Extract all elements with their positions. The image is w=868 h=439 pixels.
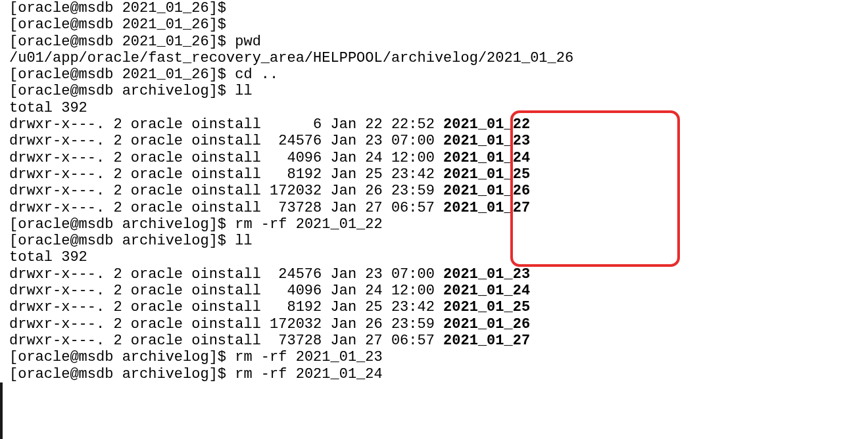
directory-name: 2021_01_24 [443, 150, 530, 166]
terminal-line: [oracle@msdb archivelog]$ rm -rf 2021_01… [9, 366, 859, 382]
shell-command[interactable]: rm -rf 2021_01_22 [235, 216, 382, 233]
shell-prompt: [oracle@msdb archivelog]$ [9, 216, 235, 233]
terminal-line: [oracle@msdb archivelog]$ ll [9, 83, 859, 99]
file-listing-meta: drwxr-x---. 2 oracle oinstall 4096 Jan 2… [9, 150, 443, 166]
terminal-line: [oracle@msdb archivelog]$ rm -rf 2021_01… [9, 216, 859, 233]
directory-name: 2021_01_26 [443, 316, 530, 333]
directory-name: 2021_01_26 [443, 183, 530, 199]
terminal-line: /u01/app/oracle/fast_recovery_area/HELPP… [9, 50, 859, 66]
file-listing-meta: drwxr-x---. 2 oracle oinstall 73728 Jan … [9, 333, 443, 349]
terminal-line: drwxr-x---. 2 oracle oinstall 4096 Jan 2… [9, 283, 859, 299]
terminal-line: total 392 [9, 249, 859, 266]
terminal-line: [oracle@msdb 2021_01_26]$ [9, 16, 859, 33]
terminal-line: drwxr-x---. 2 oracle oinstall 172032 Jan… [9, 316, 859, 333]
directory-name: 2021_01_24 [443, 283, 530, 299]
terminal-line: [oracle@msdb archivelog]$ ll [9, 233, 859, 249]
shell-command[interactable]: ll [235, 233, 252, 249]
terminal-line: [oracle@msdb 2021_01_26]$ [9, 0, 859, 16]
file-listing-meta: drwxr-x---. 2 oracle oinstall 172032 Jan… [9, 316, 443, 333]
terminal-line: drwxr-x---. 2 oracle oinstall 8192 Jan 2… [9, 299, 859, 315]
shell-prompt: [oracle@msdb archivelog]$ [9, 83, 235, 99]
directory-name: 2021_01_25 [443, 299, 530, 315]
terminal-line: total 392 [9, 100, 859, 116]
file-listing-meta: drwxr-x---. 2 oracle oinstall 24576 Jan … [9, 133, 443, 149]
directory-name: 2021_01_23 [443, 133, 530, 149]
output-text: total 392 [9, 249, 87, 266]
shell-command[interactable]: pwd [235, 34, 261, 50]
directory-name: 2021_01_22 [443, 116, 530, 133]
shell-prompt: [oracle@msdb archivelog]$ [9, 233, 235, 249]
shell-prompt: [oracle@msdb 2021_01_26]$ [9, 16, 235, 33]
shell-command[interactable]: rm -rf 2021_01_23 [235, 349, 382, 365]
file-listing-meta: drwxr-x---. 2 oracle oinstall 8192 Jan 2… [9, 299, 443, 315]
shell-prompt: [oracle@msdb 2021_01_26]$ [9, 66, 235, 83]
file-listing-meta: drwxr-x---. 2 oracle oinstall 73728 Jan … [9, 200, 443, 216]
shell-prompt: [oracle@msdb 2021_01_26]$ [9, 0, 235, 16]
directory-name: 2021_01_27 [443, 333, 530, 349]
shell-command[interactable]: ll [235, 83, 252, 99]
shell-command[interactable]: rm -rf 2021_01_24 [235, 366, 382, 382]
terminal-line: drwxr-x---. 2 oracle oinstall 8192 Jan 2… [9, 166, 859, 183]
terminal-line: drwxr-x---. 2 oracle oinstall 73728 Jan … [9, 200, 859, 216]
directory-name: 2021_01_23 [443, 266, 530, 283]
output-text: /u01/app/oracle/fast_recovery_area/HELPP… [9, 50, 573, 66]
terminal-line: drwxr-x---. 2 oracle oinstall 172032 Jan… [9, 183, 859, 199]
shell-prompt: [oracle@msdb archivelog]$ [9, 349, 235, 365]
file-listing-meta: drwxr-x---. 2 oracle oinstall 172032 Jan… [9, 183, 443, 199]
file-listing-meta: drwxr-x---. 2 oracle oinstall 6 Jan 22 2… [9, 116, 443, 133]
shell-command[interactable]: cd .. [235, 66, 278, 83]
terminal-line: drwxr-x---. 2 oracle oinstall 24576 Jan … [9, 266, 859, 283]
terminal-line: drwxr-x---. 2 oracle oinstall 24576 Jan … [9, 133, 859, 149]
file-listing-meta: drwxr-x---. 2 oracle oinstall 4096 Jan 2… [9, 283, 443, 299]
terminal-output[interactable]: [oracle@msdb 2021_01_26]$ [oracle@msdb 2… [0, 0, 868, 382]
terminal-line: [oracle@msdb archivelog]$ rm -rf 2021_01… [9, 349, 859, 365]
directory-name: 2021_01_27 [443, 200, 530, 216]
terminal-line: drwxr-x---. 2 oracle oinstall 4096 Jan 2… [9, 150, 859, 166]
terminal-line: drwxr-x---. 2 oracle oinstall 73728 Jan … [9, 333, 859, 349]
file-listing-meta: drwxr-x---. 2 oracle oinstall 24576 Jan … [9, 266, 443, 283]
directory-name: 2021_01_25 [443, 166, 530, 183]
terminal-line: [oracle@msdb 2021_01_26]$ cd .. [9, 66, 859, 83]
file-listing-meta: drwxr-x---. 2 oracle oinstall 8192 Jan 2… [9, 166, 443, 183]
shell-prompt: [oracle@msdb archivelog]$ [9, 366, 235, 382]
output-text: total 392 [9, 100, 87, 116]
shell-prompt: [oracle@msdb 2021_01_26]$ [9, 34, 235, 50]
terminal-line: [oracle@msdb 2021_01_26]$ pwd [9, 34, 859, 50]
terminal-line: drwxr-x---. 2 oracle oinstall 6 Jan 22 2… [9, 116, 859, 133]
